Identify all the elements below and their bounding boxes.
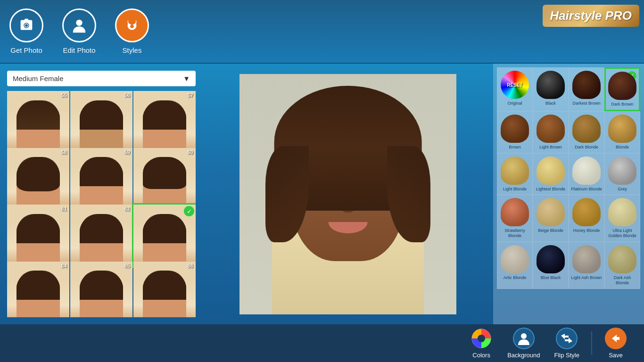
color-label: Honey Blonde (573, 228, 600, 233)
hair-shape (17, 214, 60, 243)
color-ultra-light-golden[interactable]: Ultra Light Golden Blonde (604, 195, 640, 242)
swatch-shape (608, 72, 636, 100)
style-dropdown[interactable]: Medium Female ▼ (7, 71, 196, 86)
flip-style-label: Flip Style (554, 352, 579, 359)
color-swatch-platinum-blonde (572, 156, 601, 185)
color-light-brown[interactable]: Light Brown (533, 111, 569, 153)
style-cell-59[interactable]: 59 (70, 148, 132, 210)
selected-checkmark: ✓ (184, 206, 194, 216)
nav-get-photo[interactable]: Get Photo (9, 8, 43, 54)
color-light-ash-brown[interactable]: Light Ash Brown (569, 242, 604, 289)
flip-arrows-icon (559, 331, 574, 346)
face-thumbnail (70, 91, 132, 153)
color-brown[interactable]: Brown (497, 111, 533, 153)
color-beige-blonde[interactable]: Beige Blonde (533, 195, 569, 242)
color-lightest-blonde[interactable]: Lightest Blonde (533, 153, 569, 195)
cell-number: 66 (188, 263, 193, 269)
style-cell-56[interactable]: 56 (70, 91, 132, 153)
swatch-shape (537, 198, 565, 226)
color-label: Dark Blonde (575, 145, 598, 150)
color-honey-blonde[interactable]: Honey Blonde (569, 195, 604, 242)
color-dark-ash-blonde[interactable]: Dark Ash Blonde (604, 242, 640, 289)
color-strawberry-blonde[interactable]: Strawberry Blonde (497, 195, 533, 242)
toolbar-save-button[interactable]: Save (597, 328, 635, 359)
face-thumbnail (70, 205, 132, 267)
color-blonde[interactable]: Blonde (604, 111, 640, 153)
style-cell-64[interactable]: 64 (7, 262, 69, 318)
color-swatch-brown (501, 115, 529, 143)
style-cell-66[interactable]: 66 (133, 262, 196, 318)
style-cell-63[interactable]: ✓ (133, 205, 196, 267)
cell-number: 65 (124, 263, 130, 269)
toolbar-colors-button[interactable]: Colors (462, 328, 500, 359)
face-figure (143, 214, 186, 267)
face-thumbnail (7, 205, 69, 267)
hair-shape (80, 100, 123, 130)
styles-icon-circle (115, 8, 149, 42)
color-swatch-honey-blonde (572, 198, 601, 226)
left-panel: Medium Female ▼ 55 56 (0, 64, 203, 324)
face-figure (17, 100, 60, 153)
mouth (328, 222, 368, 233)
color-swatch-grey (608, 156, 636, 185)
color-black[interactable]: Black (533, 67, 569, 111)
face-thumbnail (133, 262, 196, 318)
color-darkest-brown[interactable]: Darkest Brown (569, 67, 604, 111)
style-cell-58[interactable]: 58 (7, 148, 69, 210)
swatch-shape (501, 156, 529, 185)
background-toolbar-icon (513, 328, 535, 349)
svg-point-8 (478, 335, 485, 342)
get-photo-icon-circle (9, 8, 43, 42)
face-figure (80, 157, 123, 210)
face-figure (17, 214, 60, 267)
color-dark-brown[interactable]: ✓ Dark Brown (604, 67, 640, 111)
style-cell-62[interactable]: 62 (70, 205, 132, 267)
cell-number: 58 (61, 149, 67, 155)
svg-point-3 (76, 20, 82, 26)
hair-shape (143, 271, 186, 300)
svg-point-6 (130, 25, 134, 28)
background-label: Background (507, 352, 540, 359)
swatch-shape (501, 198, 529, 226)
face-figure (17, 157, 60, 210)
style-cell-65[interactable]: 65 (70, 262, 132, 318)
color-swatch-light-ash-brown (572, 245, 601, 273)
cell-number: 60 (188, 149, 193, 155)
toolbar-background-button[interactable]: Background (500, 328, 547, 359)
hair-shape (143, 157, 186, 189)
style-cell-57[interactable]: 57 (133, 91, 196, 153)
color-label: Light Ash Brown (571, 275, 602, 280)
color-swatch-blue-black (537, 245, 565, 273)
color-blue-black[interactable]: Blue Black (533, 242, 569, 289)
svg-point-2 (25, 24, 28, 27)
style-cell-61[interactable]: 61 (7, 205, 69, 267)
color-original[interactable]: RESET Original (497, 67, 533, 111)
color-platinum-blonde[interactable]: Platinum Blonde (569, 153, 604, 195)
nav-styles-label: Styles (123, 46, 142, 54)
color-swatch-dark-blonde (572, 115, 601, 143)
color-artic-blonde[interactable]: Artic Blonde (497, 242, 533, 289)
style-cell-55[interactable]: 55 (7, 91, 69, 153)
color-label: Darkest Brown (572, 101, 600, 106)
edit-photo-icon-circle (62, 8, 96, 42)
nav-edit-photo[interactable]: Edit Photo (62, 8, 96, 54)
camera-icon (17, 16, 35, 34)
color-light-blonde[interactable]: Light Blonde (497, 153, 533, 195)
color-dark-blonde[interactable]: Dark Blonde (569, 111, 604, 153)
color-grey[interactable]: Grey (604, 153, 640, 195)
style-cell-60[interactable]: 60 (133, 148, 196, 210)
nav-styles[interactable]: Styles (115, 8, 149, 54)
toolbar-flip-style-button[interactable]: Flip Style (547, 328, 586, 359)
color-grid: RESET Original Black Darkest Brown ✓ (497, 67, 640, 289)
right-panel: RESET Original Black Darkest Brown ✓ (493, 64, 644, 324)
face-figure (17, 271, 60, 317)
hair-shape (80, 214, 123, 243)
header: Get Photo Edit Photo Styl (0, 0, 644, 64)
colors-toolbar-icon (471, 328, 492, 349)
reset-circle: RESET (501, 71, 529, 99)
cell-number: 64 (61, 263, 67, 269)
face-thumbnail (7, 91, 69, 153)
cell-number: 62 (124, 206, 130, 212)
swatch-shape (501, 245, 529, 273)
face-thumbnail (7, 262, 69, 318)
